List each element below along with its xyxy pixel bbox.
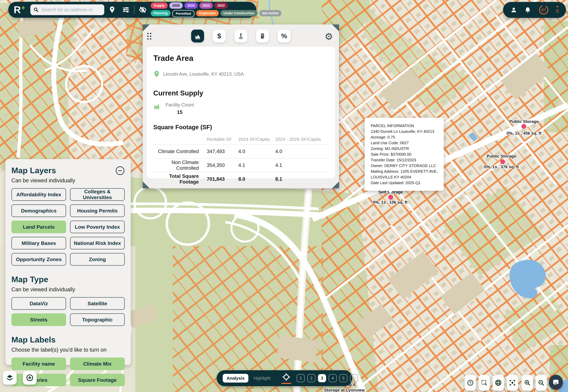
layer-button-affordability-index[interactable]: Affordability Index	[11, 188, 66, 201]
area-select-button[interactable]	[478, 375, 490, 391]
cell-value: 8.0	[238, 172, 275, 186]
current-supply-heading: Current Supply	[153, 89, 329, 97]
tab-dollar-icon[interactable]: $	[213, 29, 226, 42]
tab-percent-icon[interactable]: %	[278, 29, 291, 42]
cell-value: 4.0	[238, 144, 275, 158]
help-button[interactable]: ?	[465, 375, 476, 391]
chat-button[interactable]	[549, 375, 563, 390]
map-label-button-square-footage[interactable]: Square Footage	[70, 374, 125, 386]
tab-person-icon[interactable]	[234, 29, 247, 42]
layer-button-opportunity-zones[interactable]: Opportunity Zones	[11, 253, 66, 266]
map-label-button-stories[interactable]: Stories	[11, 374, 66, 386]
parcel-tooltip-line: Transfer Date: 15/12/2023	[371, 157, 438, 163]
map-label-button-climate-mix[interactable]: Climate Mix	[70, 357, 125, 370]
layer-button-low-poverty-index[interactable]: Low Poverty Index	[70, 221, 125, 233]
gear-icon[interactable]: ⚙	[325, 31, 333, 42]
trade-area-address-row: Lincoln Ave, Louisville, KY 40213, USA	[153, 70, 329, 78]
layer-button-military-bases[interactable]: Military Bases	[11, 237, 66, 250]
map-label-button-facility-name[interactable]: Facility name	[11, 357, 66, 370]
filter-sliders-icon[interactable]	[122, 6, 130, 13]
cell-value: 4.1	[238, 158, 275, 172]
panel-resize-corner[interactable]	[332, 182, 339, 188]
filter-pill-2022[interactable]: 2022	[214, 2, 228, 9]
filter-pill-not-active[interactable]: Not Active	[259, 10, 282, 16]
layers-toggle-button[interactable]	[3, 371, 17, 385]
facility-marker-dot[interactable]	[500, 159, 505, 164]
table-header-2024-2029-sf-capita: 2024 - 2029 SF/Capita	[275, 134, 329, 144]
filter-pill-2023[interactable]: 2023	[199, 2, 213, 9]
eye-off-icon[interactable]	[139, 6, 147, 14]
radius-button-10[interactable]: 10	[350, 374, 358, 382]
green-pin-icon	[153, 70, 160, 78]
facility-stats-label: 0%, 1s , 10k sq. ft	[373, 200, 407, 205]
search-box[interactable]	[30, 4, 104, 15]
parcel-tooltip-title: PARCEL INFORMATION	[371, 123, 438, 129]
focus-button[interactable]	[507, 375, 518, 391]
map-type-grid: DataVizSatelliteStreetsTopographic	[11, 297, 125, 326]
secondary-counter[interactable]: 0	[556, 6, 559, 14]
map-type-button-topographic[interactable]: Topographic	[70, 313, 125, 326]
account-icon[interactable]	[510, 6, 517, 13]
map-type-subtitle: Can be viewed individually	[11, 286, 125, 293]
row-label: Non Climate Controlled	[153, 158, 207, 172]
search-input[interactable]	[41, 7, 101, 13]
cell-value: 8.1	[275, 172, 329, 186]
filter-pill-permitted[interactable]: Permitted	[172, 10, 194, 17]
square-footage-heading: Square Footage (SF)	[153, 124, 329, 131]
layer-button-demographics[interactable]: Demographics	[11, 204, 66, 217]
radius-button-4[interactable]: 4	[329, 374, 337, 382]
radius-button-5[interactable]: 5	[339, 374, 347, 382]
layer-button-land-parcels[interactable]: Land Parcels	[11, 221, 66, 233]
filter-pill-2025[interactable]: 2025	[169, 2, 183, 9]
square-footage-table: Rentable SF2024 SF/Capita2024 - 2029 SF/…	[153, 134, 329, 186]
recenter-crosshair-button[interactable]	[281, 373, 291, 384]
panel-resize-corner[interactable]	[143, 182, 150, 188]
radius-button-2[interactable]: 2	[307, 374, 315, 382]
table-header-2024-sf-capita: 2024 SF/Capita	[238, 134, 275, 144]
zoom-in-button[interactable]	[522, 375, 533, 391]
mode-highlight-button[interactable]: Highlight	[254, 376, 270, 381]
search-icon	[33, 7, 39, 13]
trade-area-address: Lincoln Ave, Louisville, KY 40213, USA	[163, 71, 244, 77]
filter-pill-planning[interactable]: Planning	[151, 10, 171, 16]
collapse-panel-icon[interactable]	[116, 166, 124, 175]
mode-analysis-button[interactable]: Analysis	[223, 374, 248, 383]
zoom-out-button[interactable]	[535, 375, 547, 391]
add-button[interactable]	[23, 371, 37, 385]
layer-button-colleges-universities[interactable]: Colleges & Universities	[70, 188, 125, 201]
notifications-bell-icon[interactable]	[524, 6, 531, 13]
filter-pill-expansion[interactable]: Expansion	[196, 10, 219, 16]
top-search-bar: R + Supply2025	[8, 2, 256, 18]
facility-marker-dot[interactable]	[522, 124, 526, 129]
globe-button[interactable]	[493, 375, 504, 391]
radius-plus-logo[interactable]: R +	[14, 5, 25, 15]
trade-panel-tabs: $%	[143, 29, 339, 42]
parcel-tooltip-line: LOUISVILLE KY 40204	[371, 174, 438, 180]
radius-button-1[interactable]: 1	[297, 374, 305, 382]
cell-value: 4.1	[275, 158, 329, 172]
tab-chart-icon[interactable]	[191, 29, 204, 42]
tab-building-icon[interactable]	[256, 29, 269, 42]
map-type-button-dataviz[interactable]: DataViz	[11, 297, 66, 310]
cell-value: 701,843	[207, 172, 238, 186]
cell-value: 354,350	[207, 158, 238, 172]
layer-button-national-risk-index[interactable]: National Risk Index	[70, 237, 125, 250]
facility-marker-dot[interactable]	[388, 195, 393, 200]
layer-button-housing-permits[interactable]: Housing Permits	[70, 204, 125, 217]
parcel-tooltip-line: Zoning: M1-INDUSTR	[371, 146, 438, 152]
account-bar: 87 0	[503, 2, 566, 18]
trade-area-card: Trade Area Lincoln Ave, Louisville, KY 4…	[147, 47, 335, 179]
location-pin-icon[interactable]	[109, 6, 115, 14]
filter-pill-supply[interactable]: Supply	[151, 2, 168, 9]
filter-pill-2024[interactable]: 2024	[184, 2, 198, 9]
radius-button-3[interactable]: 3	[318, 374, 326, 382]
parcel-tooltip-line: Mailing Address: 1205 EVERETT AVE,	[371, 168, 438, 174]
credits-ring[interactable]: 87	[538, 5, 549, 15]
map-type-button-streets[interactable]: Streets	[11, 313, 66, 326]
layer-button-zoning[interactable]: Zoning	[70, 253, 125, 266]
topbar-divider	[134, 6, 135, 14]
map-type-button-satellite[interactable]: Satellite	[70, 297, 125, 310]
filter-pills: Supply2025202420232022 PlanningPermitted…	[151, 2, 282, 17]
filter-pill-under-construction[interactable]: Under Construction	[221, 10, 257, 16]
trade-area-title: Trade Area	[153, 54, 329, 63]
